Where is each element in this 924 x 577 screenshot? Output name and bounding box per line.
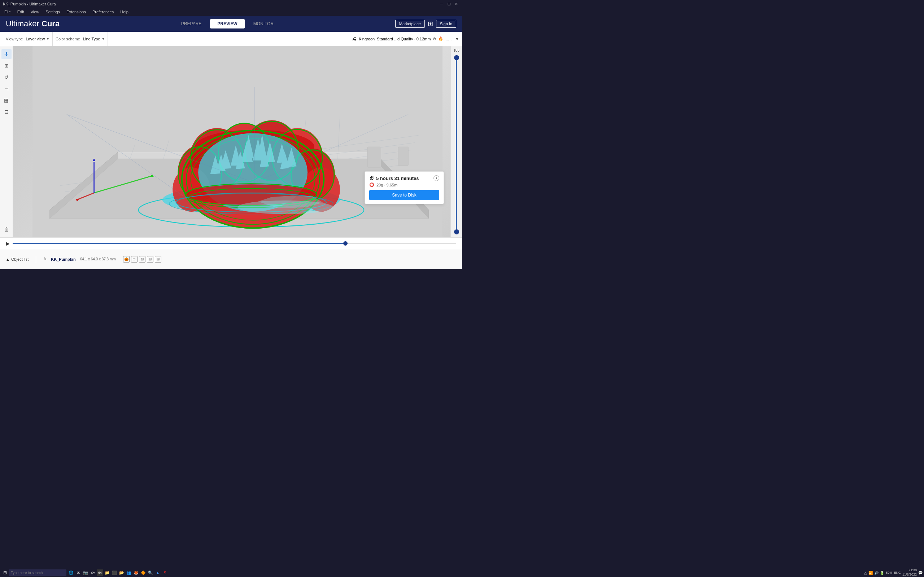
window-controls: ─ □ ✕ — [439, 2, 459, 6]
restore-button[interactable]: □ — [446, 2, 452, 6]
view-type-dropdown[interactable]: Layer view ▼ — [26, 37, 50, 41]
model-icon-5[interactable]: ⊞ — [155, 256, 162, 263]
tool-delete[interactable]: 🗑 — [2, 224, 11, 234]
nav-tabs: PREPARE PREVIEW MONITOR — [174, 19, 281, 29]
menu-settings[interactable]: Settings — [43, 9, 63, 15]
statusbar: ▲ Object list ✎ KK_Pumpkin 64.1 x 64.0 x… — [0, 249, 462, 269]
printer-action-3[interactable]: ... — [446, 37, 449, 41]
minimize-button[interactable]: ─ — [439, 2, 445, 6]
chevron-icon: ▲ — [6, 257, 10, 261]
apps-icon[interactable]: ⊞ — [428, 20, 433, 28]
layer-number: 163 — [453, 48, 459, 52]
printer-info: 🖨 Kingroon_Standard ...d Quality · 0.12m… — [352, 36, 459, 42]
layer-slider-top-thumb[interactable] — [454, 55, 459, 60]
menu-extensions[interactable]: Extensions — [63, 9, 89, 15]
print-info-panel: ⏱ 5 hours 31 minutes ℹ ⭕ 29g · 9.65m Sav… — [365, 171, 444, 204]
main-area: ✛ ⊞ ↺ ⊣ ▦ ⊟ 🗑 — [0, 46, 462, 237]
info-icon[interactable]: ℹ — [433, 175, 439, 181]
signin-button[interactable]: Sign In — [436, 20, 456, 28]
tab-preview[interactable]: PREVIEW — [210, 19, 244, 29]
3d-viewport[interactable]: 163 ⏱ 5 hours 31 minutes ℹ ⭕ 29g · 9.65m… — [13, 46, 462, 237]
tool-mirror[interactable]: ⊣ — [2, 84, 11, 94]
play-button[interactable]: ▶ — [6, 240, 10, 246]
svg-rect-18 — [398, 147, 408, 166]
logo-bold: Cura — [39, 19, 60, 28]
svg-rect-17 — [367, 147, 381, 167]
clock-icon: ⏱ — [369, 176, 374, 181]
3d-scene-svg — [13, 46, 462, 237]
print-time-row: ⏱ 5 hours 31 minutes ℹ — [369, 175, 439, 181]
model-icon-2[interactable]: □ — [131, 256, 137, 263]
menu-view[interactable]: View — [28, 9, 42, 15]
model-icon-1[interactable]: 🎃 — [123, 256, 129, 263]
tool-support[interactable]: ▦ — [2, 95, 11, 105]
material-amount: 29g · 9.65m — [376, 183, 397, 187]
printer-icon: 🖨 — [352, 36, 357, 42]
menubar: File Edit View Settings Extensions Prefe… — [0, 8, 462, 16]
object-list-toggle[interactable]: ▲ Object list — [6, 257, 29, 261]
printer-dropdown-arrow[interactable]: ▼ — [455, 37, 459, 41]
view-type-group: View type Layer view ▼ — [3, 32, 53, 46]
logo-light: Ultimaker — [6, 19, 39, 28]
menu-file[interactable]: File — [2, 9, 14, 15]
printer-action-1[interactable]: ⊗ — [433, 36, 436, 41]
object-dimensions: 64.1 x 64.0 x 37.3 mm — [80, 257, 116, 261]
progress-track[interactable] — [13, 243, 456, 244]
app-logo: Ultimaker Cura — [6, 19, 60, 29]
printer-action-2[interactable]: 🔥 — [438, 36, 443, 41]
color-scheme-label: Color scheme — [56, 37, 80, 41]
object-name[interactable]: KK_Pumpkin — [51, 257, 76, 261]
menu-help[interactable]: Help — [117, 9, 131, 15]
toolbar-strip: View type Layer view ▼ Color scheme Line… — [0, 32, 462, 46]
print-duration: 5 hours 31 minutes — [376, 176, 419, 181]
model-controls: 🎃 □ ⊡ ⊟ ⊞ — [123, 256, 162, 263]
color-scheme-group: Color scheme Line Type ▼ — [53, 32, 108, 46]
model-icon-4[interactable]: ⊟ — [147, 256, 153, 263]
edit-icon: ✎ — [43, 257, 47, 261]
tool-scale[interactable]: ⊞ — [2, 61, 11, 71]
object-list-label: Object list — [11, 257, 29, 261]
tool-group[interactable]: ⊟ — [2, 107, 11, 117]
tab-monitor[interactable]: MONITOR — [246, 19, 281, 29]
left-toolbar: ✛ ⊞ ↺ ⊣ ▦ ⊟ 🗑 — [0, 46, 13, 237]
progress-fill — [13, 243, 346, 244]
titlebar-title: KK_Pumpkin - Ultimaker Cura — [3, 2, 56, 6]
tab-prepare[interactable]: PREPARE — [174, 19, 208, 29]
view-type-label: View type — [6, 37, 23, 41]
color-scheme-value: Line Type — [83, 37, 100, 41]
progress-thumb[interactable] — [343, 241, 347, 246]
color-scheme-dropdown[interactable]: Line Type ▼ — [83, 37, 105, 41]
close-button[interactable]: ✕ — [453, 2, 459, 6]
tool-rotate[interactable]: ↺ — [2, 72, 11, 82]
printer-action-4[interactable]: ↓ — [451, 37, 453, 41]
layer-slider[interactable]: 163 — [451, 46, 462, 237]
view-type-value: Layer view — [26, 37, 45, 41]
header-right: Marketplace ⊞ Sign In — [395, 20, 456, 28]
divider — [36, 256, 36, 263]
marketplace-button[interactable]: Marketplace — [395, 20, 425, 28]
tool-move[interactable]: ✛ — [2, 49, 11, 59]
layer-slider-bottom-thumb[interactable] — [454, 229, 459, 234]
playbar: ▶ — [0, 237, 462, 249]
material-icon: ⭕ — [369, 182, 374, 187]
color-scheme-arrow: ▼ — [102, 37, 105, 41]
app-header: Ultimaker Cura PREPARE PREVIEW MONITOR M… — [0, 16, 462, 32]
menu-edit[interactable]: Edit — [15, 9, 27, 15]
save-to-disk-button[interactable]: Save to Disk — [369, 190, 439, 200]
view-type-arrow: ▼ — [46, 37, 50, 41]
menu-preferences[interactable]: Preferences — [89, 9, 116, 15]
material-usage: ⭕ 29g · 9.65m — [369, 182, 439, 187]
printer-name: Kingroon_Standard ...d Quality · 0.12mm — [359, 37, 431, 41]
model-icon-3[interactable]: ⊡ — [139, 256, 145, 263]
titlebar: KK_Pumpkin - Ultimaker Cura ─ □ ✕ — [0, 0, 462, 8]
print-time: ⏱ 5 hours 31 minutes — [369, 176, 419, 181]
